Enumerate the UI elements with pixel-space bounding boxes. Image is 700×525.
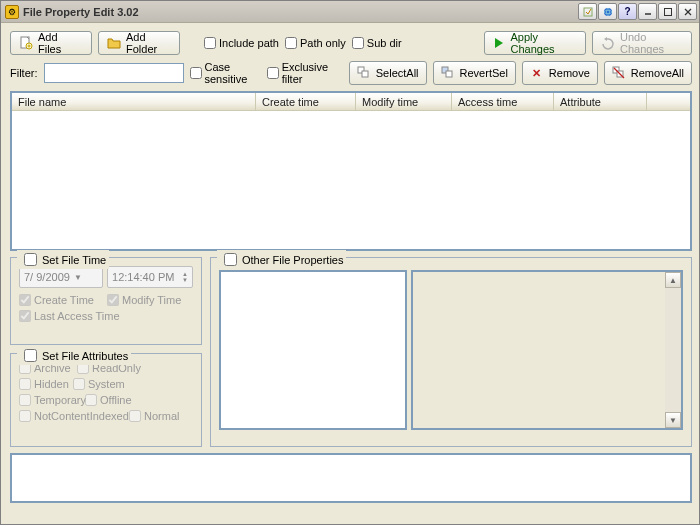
toolbar-row-2: Filter: Case sensitive Exclusive filter …: [10, 61, 692, 85]
modify-time-checkbox[interactable]: Modify Time: [107, 294, 187, 306]
include-path-checkbox[interactable]: Include path: [204, 37, 279, 49]
path-only-label: Path only: [300, 37, 346, 49]
folder-icon: [107, 36, 121, 50]
other-file-properties-group: Other File Properties ▲ ▼: [210, 257, 692, 447]
path-only-checkbox[interactable]: Path only: [285, 37, 346, 49]
apply-changes-label: Apply Changes: [510, 31, 577, 55]
properties-list[interactable]: [219, 270, 407, 430]
add-files-button[interactable]: Add Files: [10, 31, 92, 55]
col-access-time[interactable]: Access time: [452, 93, 554, 111]
case-sensitive-label: Case sensitive: [205, 61, 261, 85]
undo-changes-label: Undo Changes: [620, 31, 683, 55]
set-file-time-group: Set File Time 7/ 9/2009 ▼ 12:14:40 PM ▲▼…: [10, 257, 202, 345]
select-all-icon: [357, 66, 371, 80]
svg-rect-4: [664, 8, 671, 15]
set-file-attributes-group: Set File Attributes Archive ReadOnly Hid…: [10, 353, 202, 447]
minimize-button[interactable]: [638, 3, 657, 20]
file-add-icon: [19, 36, 33, 50]
select-all-label: SelectAll: [376, 67, 419, 79]
exclusive-filter-label: Exclusive filter: [282, 61, 337, 85]
maximize-button[interactable]: [658, 3, 677, 20]
revert-sel-label: RevertSel: [460, 67, 508, 79]
help-icon[interactable]: ?: [618, 3, 637, 20]
create-time-checkbox[interactable]: Create Time: [19, 294, 99, 306]
svg-point-1: [604, 8, 612, 16]
chevron-down-icon: ▼: [74, 273, 82, 282]
revert-sel-icon: [441, 66, 455, 80]
list-header: File name Create time Modify time Access…: [12, 93, 690, 111]
set-file-attributes-label: Set File Attributes: [42, 350, 128, 362]
sub-dir-checkbox[interactable]: Sub dir: [352, 37, 402, 49]
close-button[interactable]: [678, 3, 697, 20]
spinner-icon: ▲▼: [182, 271, 188, 283]
remove-all-label: RemoveAll: [631, 67, 684, 79]
add-folder-label: Add Folder: [126, 31, 171, 55]
svg-rect-14: [446, 71, 452, 77]
case-sensitive-checkbox[interactable]: Case sensitive: [190, 61, 261, 85]
exclusive-filter-checkbox[interactable]: Exclusive filter: [267, 61, 337, 85]
other-file-properties-legend[interactable]: Other File Properties: [217, 250, 346, 269]
play-icon: [493, 36, 505, 50]
date-value: 7/ 9/2009: [24, 271, 70, 283]
window-controls: ?: [578, 3, 697, 20]
scroll-up-icon[interactable]: ▲: [665, 272, 681, 288]
remove-all-button[interactable]: RemoveAll: [604, 61, 692, 85]
notcontentindexed-checkbox[interactable]: NotContentIndexed: [19, 410, 127, 422]
last-access-time-checkbox[interactable]: Last Access Time: [19, 310, 179, 322]
include-path-label: Include path: [219, 37, 279, 49]
toolbar-row-1: Add Files Add Folder Include path Path o…: [10, 31, 692, 55]
col-attribute[interactable]: Attribute: [554, 93, 647, 111]
app-icon: ⚙: [5, 5, 19, 19]
remove-label: Remove: [549, 67, 590, 79]
system-checkbox[interactable]: System: [73, 378, 129, 390]
file-list[interactable]: File name Create time Modify time Access…: [10, 91, 692, 251]
add-files-label: Add Files: [38, 31, 83, 55]
offline-checkbox[interactable]: Offline: [85, 394, 137, 406]
window-title: File Property Edit 3.02: [23, 6, 139, 18]
undo-icon: [601, 36, 615, 50]
lower-section: Set File Time 7/ 9/2009 ▼ 12:14:40 PM ▲▼…: [10, 257, 692, 447]
filter-label: Filter:: [10, 67, 38, 79]
revert-sel-button[interactable]: RevertSel: [433, 61, 516, 85]
col-file-name[interactable]: File name: [12, 93, 256, 111]
add-folder-button[interactable]: Add Folder: [98, 31, 180, 55]
set-file-time-checkbox[interactable]: [24, 253, 37, 266]
set-file-time-legend[interactable]: Set File Time: [17, 250, 109, 269]
hidden-checkbox[interactable]: Hidden: [19, 378, 71, 390]
date-picker[interactable]: 7/ 9/2009 ▼: [19, 266, 103, 288]
log-output[interactable]: [10, 453, 692, 503]
left-column: Set File Time 7/ 9/2009 ▼ 12:14:40 PM ▲▼…: [10, 257, 202, 447]
filter-input[interactable]: [44, 63, 184, 83]
settings-icon[interactable]: [578, 3, 597, 20]
time-picker[interactable]: 12:14:40 PM ▲▼: [107, 266, 193, 288]
properties-detail[interactable]: ▲ ▼: [411, 270, 683, 430]
sub-dir-label: Sub dir: [367, 37, 402, 49]
normal-checkbox[interactable]: Normal: [129, 410, 181, 422]
remove-icon: ✕: [530, 66, 544, 80]
other-file-properties-checkbox[interactable]: [224, 253, 237, 266]
titlebar: ⚙ File Property Edit 3.02 ?: [1, 1, 699, 23]
svg-rect-12: [362, 71, 368, 77]
remove-all-icon: [612, 66, 626, 80]
scrollbar[interactable]: ▲ ▼: [665, 272, 681, 428]
other-file-properties-label: Other File Properties: [242, 254, 343, 266]
scroll-down-icon[interactable]: ▼: [665, 412, 681, 428]
select-all-button[interactable]: SelectAll: [349, 61, 427, 85]
content: Add Files Add Folder Include path Path o…: [1, 23, 699, 525]
col-create-time[interactable]: Create time: [256, 93, 356, 111]
undo-changes-button[interactable]: Undo Changes: [592, 31, 692, 55]
apply-changes-button[interactable]: Apply Changes: [484, 31, 586, 55]
set-file-attributes-checkbox[interactable]: [24, 349, 37, 362]
globe-icon[interactable]: [598, 3, 617, 20]
set-file-time-label: Set File Time: [42, 254, 106, 266]
time-value: 12:14:40 PM: [112, 271, 174, 283]
temporary-checkbox[interactable]: Temporary: [19, 394, 83, 406]
col-modify-time[interactable]: Modify time: [356, 93, 452, 111]
set-file-attributes-legend[interactable]: Set File Attributes: [17, 346, 131, 365]
remove-button[interactable]: ✕ Remove: [522, 61, 598, 85]
